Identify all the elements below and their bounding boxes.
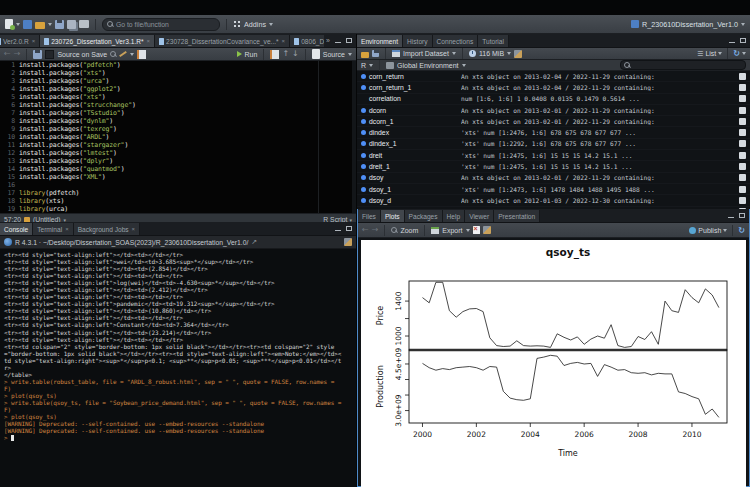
- tab-ver2-0-r[interactable]: Ver2.0.R×: [0, 35, 40, 47]
- code-line[interactable]: 2install.packages("xts"): [0, 69, 356, 77]
- tab-console[interactable]: Console: [0, 223, 33, 235]
- find-replace-icon[interactable]: [110, 51, 116, 57]
- code-line[interactable]: 11install.packages("stargazer"): [0, 141, 356, 149]
- expand-object-icon[interactable]: [361, 119, 366, 124]
- view-data-icon[interactable]: [739, 163, 746, 170]
- environment-object-row[interactable]: corn_returnAn xts object on 2013-02-04 /…: [357, 71, 750, 82]
- view-data-icon[interactable]: [739, 118, 746, 125]
- tab-terminal[interactable]: Terminal×: [33, 223, 73, 235]
- publish-label[interactable]: Publish: [698, 227, 721, 234]
- expand-object-icon[interactable]: [361, 108, 366, 113]
- environment-object-row[interactable]: correlationnum [1:6, 1:6] 1 0.0408 0.013…: [357, 94, 750, 105]
- environment-object-row[interactable]: corn_return_1An xts object on 2013-02-04…: [357, 82, 750, 93]
- save-icon[interactable]: [55, 20, 64, 29]
- tab-tutorial[interactable]: Tutorial: [478, 35, 509, 47]
- run-next-icon[interactable]: ↓: [292, 50, 299, 58]
- run-icon[interactable]: [237, 51, 242, 57]
- goto-file-input[interactable]: Go to file/function: [102, 18, 220, 31]
- minimize-icon[interactable]: [728, 37, 736, 44]
- next-plot-icon[interactable]: →: [372, 226, 379, 234]
- environment-object-row[interactable]: dsoy_dAn xts object on 2012-01-03 / 2022…: [357, 195, 750, 206]
- minimize-icon[interactable]: [334, 225, 342, 232]
- code-line[interactable]: 9install.packages("texreg"): [0, 125, 356, 133]
- maximize-icon[interactable]: [738, 212, 746, 219]
- clear-plots-icon[interactable]: [483, 226, 491, 234]
- tab-background-jobs[interactable]: Background Jobs×: [74, 223, 140, 235]
- popout-icon[interactable]: ↗: [251, 238, 257, 246]
- tab-help[interactable]: Help: [443, 210, 466, 222]
- code-line[interactable]: 4install.packages("ggplot2"): [0, 85, 356, 93]
- close-icon[interactable]: ×: [32, 38, 36, 44]
- refresh-icon[interactable]: ↻: [733, 49, 740, 58]
- tab-0806-dissert[interactable]: 0806_Dissert×: [290, 35, 324, 47]
- tab-presentation[interactable]: Presentation: [494, 210, 540, 222]
- back-icon[interactable]: ←: [4, 50, 11, 58]
- save-all-icon[interactable]: [67, 20, 76, 29]
- close-icon[interactable]: ×: [65, 226, 69, 232]
- save-workspace-icon[interactable]: [372, 50, 379, 57]
- forward-icon[interactable]: →: [14, 50, 21, 58]
- expand-object-icon[interactable]: [361, 130, 366, 135]
- environment-object-row[interactable]: dsoy_1'xts' num [1:2473, 1:6] 1478 1484 …: [357, 184, 750, 195]
- compile-report-icon[interactable]: [137, 50, 146, 59]
- view-data-icon[interactable]: [739, 73, 746, 80]
- open-file-button[interactable]: [35, 20, 52, 29]
- tab-230726-dissertation-ver3-1-r[interactable]: 230726_Dissertation_Ver3.1.R*×: [40, 35, 155, 47]
- view-data-icon[interactable]: [739, 186, 746, 193]
- import-dataset-label[interactable]: Import Dataset: [403, 50, 449, 57]
- run-label[interactable]: Run: [245, 51, 258, 58]
- expand-object-icon[interactable]: [361, 153, 366, 158]
- code-line[interactable]: 19library(urca): [0, 205, 356, 213]
- code-line[interactable]: 8install.packages("dynlm"): [0, 117, 356, 125]
- close-icon[interactable]: ×: [282, 38, 286, 44]
- code-line[interactable]: 12install.packages("lmtest"): [0, 149, 356, 157]
- minimize-icon[interactable]: [334, 37, 342, 44]
- console-prompt[interactable]: >: [4, 434, 352, 441]
- refresh-plot-icon[interactable]: ↻: [738, 226, 745, 235]
- memory-usage-label[interactable]: 116 MiB: [479, 50, 504, 57]
- environment-object-row[interactable]: dcornAn xts object on 2013-02-01 / 2022-…: [357, 105, 750, 116]
- maximize-icon[interactable]: [345, 225, 353, 232]
- previous-plot-icon[interactable]: ←: [362, 226, 369, 234]
- code-editor[interactable]: 1install.packages("pdfetch")2install.pac…: [0, 61, 356, 213]
- code-line[interactable]: 1install.packages("pdfetch"): [0, 61, 356, 69]
- code-line[interactable]: 7install.packages("TSstudio"): [0, 109, 356, 117]
- code-line[interactable]: 18library(xts): [0, 197, 356, 205]
- view-data-icon[interactable]: [739, 197, 746, 204]
- environment-object-row[interactable]: dreit'xts' num [1:2475, 1:6] 15 15 15 14…: [357, 150, 750, 161]
- expand-object-icon[interactable]: [361, 175, 366, 180]
- close-icon[interactable]: ×: [147, 38, 151, 44]
- tab-connections[interactable]: Connections: [433, 35, 479, 47]
- tab-environment[interactable]: Environment: [357, 35, 403, 47]
- close-icon[interactable]: ×: [132, 226, 136, 232]
- expand-object-icon[interactable]: [361, 164, 366, 169]
- rerun-icon[interactable]: [270, 50, 279, 59]
- expand-object-icon[interactable]: [361, 74, 366, 79]
- new-file-button[interactable]: [5, 19, 20, 29]
- tab-overflow-icon[interactable]: »: [326, 37, 330, 44]
- view-data-icon[interactable]: [739, 95, 746, 102]
- code-line[interactable]: 5install.packages("xts"): [0, 93, 356, 101]
- environment-scope-label[interactable]: Global Environment: [397, 62, 458, 69]
- view-data-icon[interactable]: [739, 129, 746, 136]
- export-plot-label[interactable]: Export: [442, 227, 462, 234]
- new-project-icon[interactable]: [23, 20, 32, 29]
- addins-button[interactable]: Addins: [233, 20, 273, 29]
- view-data-icon[interactable]: [739, 152, 746, 159]
- environment-object-row[interactable]: dcorn_1An xts object on 2013-02-01 / 202…: [357, 116, 750, 127]
- environment-object-row[interactable]: dindex'xts' num [1:2476, 1:6] 678 675 67…: [357, 127, 750, 138]
- code-line[interactable]: 3install.packages("urca"): [0, 77, 356, 85]
- load-workspace-icon[interactable]: [361, 52, 369, 58]
- view-data-icon[interactable]: [739, 174, 746, 181]
- expand-object-icon[interactable]: [361, 198, 366, 203]
- environment-object-row[interactable]: dsoyAn xts object on 2013-02-01 / 2022-1…: [357, 173, 750, 184]
- code-line[interactable]: 15install.packages("XML"): [0, 173, 356, 181]
- save-icon[interactable]: [33, 50, 42, 59]
- clear-environment-icon[interactable]: [514, 50, 522, 58]
- view-data-icon[interactable]: [739, 140, 746, 147]
- code-line[interactable]: 13install.packages("dplyr"): [0, 157, 356, 165]
- expand-object-icon[interactable]: [361, 187, 366, 192]
- run-previous-icon[interactable]: ↑: [282, 50, 289, 58]
- environment-object-row[interactable]: dindex_1'xts' num [1:2292, 1:6] 678 675 …: [357, 139, 750, 150]
- source-on-save-checkbox[interactable]: [45, 50, 54, 59]
